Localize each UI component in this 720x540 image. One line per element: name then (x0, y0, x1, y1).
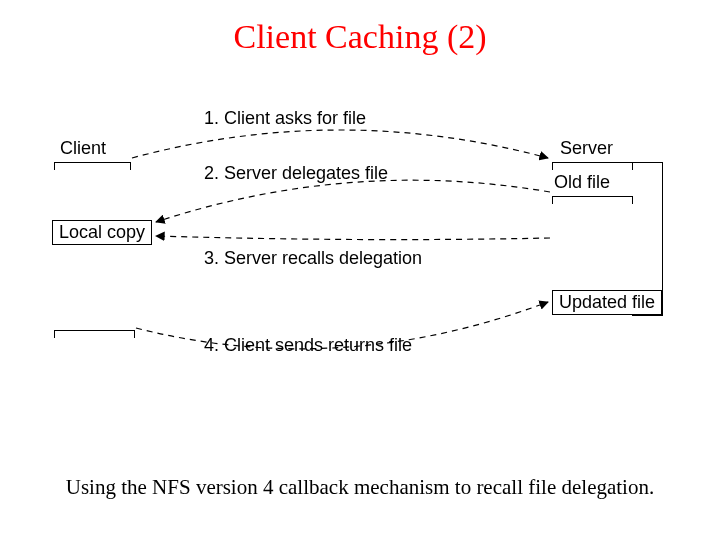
arrow-step1 (132, 130, 548, 158)
client-label: Client (60, 138, 106, 159)
client-return-tick-left (54, 330, 55, 338)
old-file-underline (552, 196, 632, 197)
old-file-label: Old file (554, 172, 610, 193)
caption-text: Using the NFS version 4 callback mechani… (0, 475, 720, 500)
server-label: Server (560, 138, 613, 159)
arrow-step3 (156, 236, 550, 240)
client-return-underline (54, 330, 134, 331)
diagram-arrows (0, 0, 720, 540)
client-underline (54, 162, 130, 163)
step2-label: 2. Server delegates file (204, 163, 388, 184)
server-underline (552, 162, 632, 163)
step1-label: 1. Client asks for file (204, 108, 366, 129)
step3-label: 3. Server recalls delegation (204, 248, 422, 269)
client-tick-right (130, 162, 131, 170)
local-copy-box: Local copy (52, 220, 152, 245)
server-bracket (632, 162, 663, 316)
old-file-tick-left (552, 196, 553, 204)
step4-label: 4. Client sends returns file (204, 335, 412, 356)
arrow-step2 (156, 180, 550, 222)
client-tick-left (54, 162, 55, 170)
page-title: Client Caching (2) (0, 18, 720, 56)
client-return-tick-right (134, 330, 135, 338)
server-tick-left (552, 162, 553, 170)
